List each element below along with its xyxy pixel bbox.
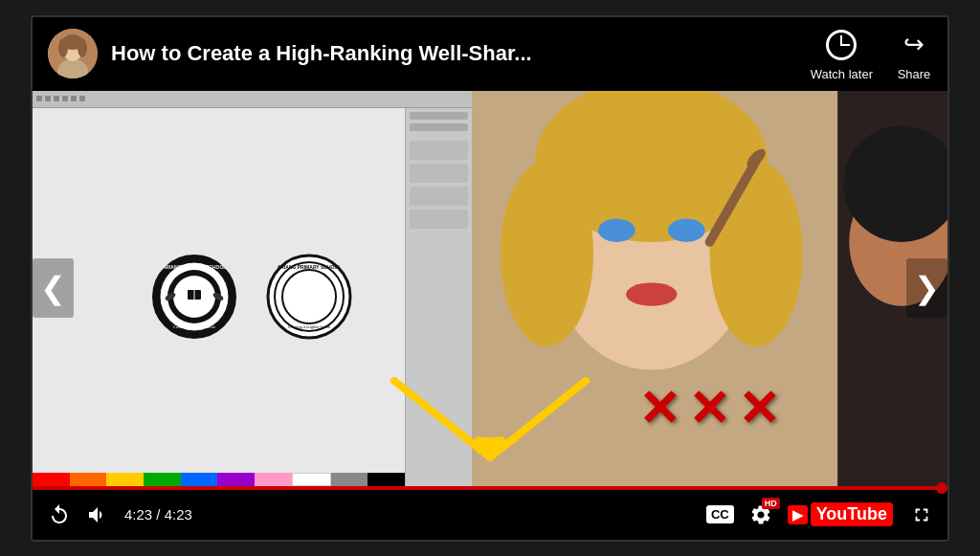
- corel-toolbar: [33, 91, 472, 108]
- svg-point-26: [501, 160, 593, 345]
- video-title: How to Create a High-Ranking Well-Shar..…: [111, 41, 797, 66]
- share-icon-wrap: ↪: [896, 27, 932, 63]
- volume-icon: [86, 503, 109, 526]
- clock-icon: [826, 30, 857, 60]
- share-arrow-icon: ↪: [903, 30, 924, 59]
- svg-point-27: [709, 160, 802, 345]
- yellow-arrows: [299, 371, 681, 486]
- video-player: How to Create a High-Ranking Well-Shar..…: [31, 15, 949, 542]
- cc-badge: CC: [706, 505, 734, 523]
- watch-later-label: Watch later: [811, 67, 873, 81]
- svg-point-28: [598, 218, 635, 241]
- volume-button[interactable]: [86, 503, 109, 526]
- top-bar: How to Create a High-Ranking Well-Shar..…: [33, 17, 947, 91]
- replay-button[interactable]: [48, 503, 71, 526]
- top-actions: Watch later ↪ Share: [811, 27, 932, 81]
- controls-bar: 4:23 / 4:23 CC HD ▶ YouTube: [33, 490, 947, 540]
- youtube-play-badge: ▶: [788, 505, 808, 524]
- svg-point-29: [668, 218, 705, 241]
- avatar-image: [48, 29, 98, 78]
- share-label: Share: [898, 67, 931, 81]
- youtube-logo[interactable]: ▶ YouTube: [788, 502, 896, 526]
- svg-text:Creating a brighter future: Creating a brighter future: [173, 324, 216, 329]
- toolbar-dot-3: [54, 96, 59, 101]
- progress-bar[interactable]: [33, 486, 947, 490]
- x-mark-2: ✕: [688, 384, 730, 434]
- school-badge-filled: ARIANG PRIMARY SCHOOL Creating a brighte…: [151, 254, 237, 340]
- svg-point-6: [78, 38, 87, 57]
- toolbar-dot-5: [71, 96, 77, 101]
- hd-badge: HD: [762, 498, 780, 509]
- school-badge-outline: ARIANG PRIMARY SCHOOL Creating a brighte…: [266, 254, 352, 340]
- youtube-text: YouTube: [811, 502, 893, 526]
- toolbar-dot-4: [62, 96, 68, 101]
- svg-text:ARIANG PRIMARY SCHOOL: ARIANG PRIMARY SCHOOL: [278, 264, 342, 270]
- replay-icon: [48, 503, 71, 526]
- watch-later-button[interactable]: Watch later: [811, 27, 873, 81]
- svg-point-30: [626, 282, 677, 305]
- toolbar-dot-2: [45, 96, 51, 101]
- video-area: ❮: [33, 91, 947, 486]
- progress-dot: [936, 482, 947, 494]
- share-button[interactable]: ↪ Share: [896, 27, 932, 81]
- time-display: 4:23 / 4:23: [124, 506, 192, 523]
- prev-video-button[interactable]: ❮: [33, 258, 74, 318]
- watch-later-icon: [823, 27, 859, 63]
- next-video-button[interactable]: ❯: [906, 258, 947, 318]
- svg-text:ARIANG PRIMARY SCHOOL: ARIANG PRIMARY SCHOOL: [163, 264, 227, 270]
- settings-button[interactable]: HD: [749, 503, 772, 526]
- svg-point-5: [58, 38, 68, 57]
- fullscreen-button[interactable]: [911, 504, 932, 525]
- cc-button[interactable]: CC: [706, 505, 734, 523]
- toolbar-dot-1: [36, 96, 42, 101]
- svg-text:Creating a brighter future: Creating a brighter future: [288, 324, 331, 329]
- avatar[interactable]: [48, 29, 98, 78]
- fullscreen-icon: [911, 504, 932, 525]
- toolbar-dot-6: [79, 96, 85, 101]
- x-mark-3: ✕: [738, 384, 780, 434]
